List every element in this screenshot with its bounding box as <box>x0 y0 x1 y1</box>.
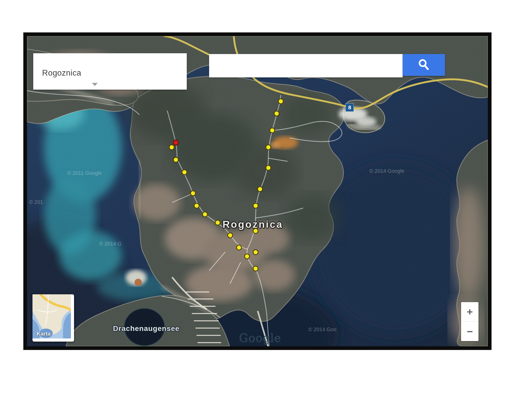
search-input[interactable] <box>209 54 403 77</box>
page: { "place_box": { "label": "Rogoznica" },… <box>0 0 532 399</box>
route-marker-yellow[interactable] <box>257 186 263 192</box>
route-marker-yellow[interactable] <box>215 220 221 225</box>
route-marker-red[interactable] <box>173 140 179 146</box>
route-marker-yellow[interactable] <box>265 144 271 150</box>
karta-label: Karta <box>37 331 51 337</box>
route-marker-yellow[interactable] <box>274 111 280 116</box>
route-marker-yellow[interactable] <box>236 245 242 250</box>
route-marker-yellow[interactable] <box>278 98 284 104</box>
search-button[interactable] <box>403 54 445 76</box>
search-icon <box>417 58 431 72</box>
zoom-out-button[interactable]: − <box>461 322 478 341</box>
route-marker-yellow[interactable] <box>253 228 258 234</box>
city-label: Rogoznica <box>222 219 283 230</box>
place-info-box[interactable]: Rogoznica <box>33 53 187 90</box>
route-marker-yellow[interactable] <box>269 128 275 133</box>
lake-label: Drachenaugensee <box>113 324 179 333</box>
copyright-text: © 2011 Google <box>67 170 102 176</box>
copyright-text: © 2014 Goo <box>308 327 336 332</box>
copyright-text: © 201 <box>29 199 43 205</box>
road-number-badge: 8 <box>345 103 354 112</box>
zoom-control: + − <box>461 302 478 341</box>
route-marker-yellow[interactable] <box>253 203 258 209</box>
copyright-text: © 2014 G <box>99 241 122 247</box>
route-marker-yellow[interactable] <box>253 266 258 271</box>
google-watermark: Google <box>239 331 281 344</box>
route-marker-yellow[interactable] <box>194 203 200 209</box>
zoom-in-button[interactable]: + <box>461 302 478 322</box>
route-marker-yellow[interactable] <box>182 169 187 175</box>
chevron-down-icon[interactable] <box>92 83 98 86</box>
copyright-text: © 2014 Google <box>369 168 404 174</box>
route-marker-yellow[interactable] <box>169 144 175 150</box>
route-marker-yellow[interactable] <box>265 165 271 171</box>
map-type-toggle[interactable]: Karta <box>32 294 74 342</box>
route-marker-yellow[interactable] <box>244 254 250 259</box>
place-name: Rogoznica <box>42 68 81 78</box>
route-marker-yellow[interactable] <box>173 157 179 163</box>
route-marker-yellow[interactable] <box>227 232 233 238</box>
route-marker-yellow[interactable] <box>253 249 258 255</box>
route-marker-yellow[interactable] <box>190 190 196 196</box>
route-marker-yellow[interactable] <box>202 211 208 217</box>
